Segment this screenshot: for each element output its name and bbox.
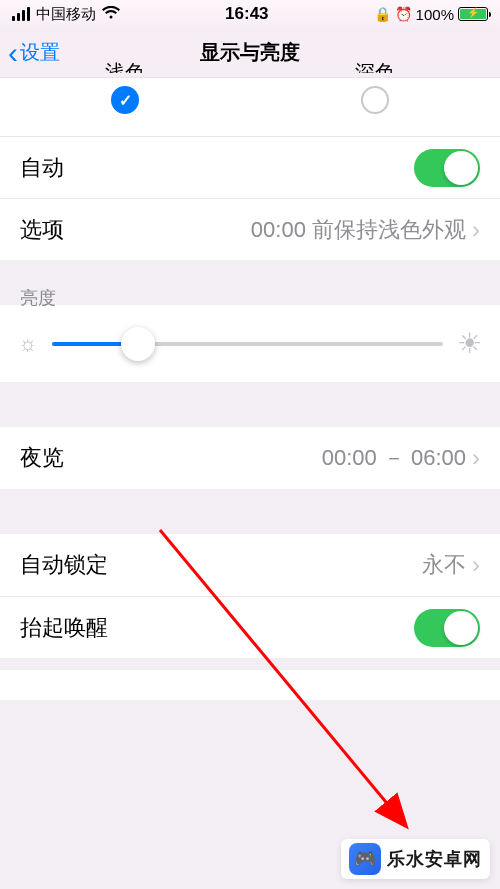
battery-icon: ⚡ xyxy=(458,7,488,21)
raise-to-wake-row: 抬起唤醒 xyxy=(0,596,500,658)
alarm-icon: ⏰ xyxy=(395,6,412,22)
raise-to-wake-label: 抬起唤醒 xyxy=(20,613,108,643)
brightness-slider-row: ☼ ☀ xyxy=(0,305,500,382)
chevron-right-icon: › xyxy=(472,216,480,244)
battery-percent: 100% xyxy=(416,6,454,23)
orientation-lock-icon: 🔒 xyxy=(374,6,391,22)
auto-row: 自动 xyxy=(0,136,500,198)
chevron-right-icon: › xyxy=(472,444,480,472)
wifi-icon xyxy=(102,6,120,23)
radio-unchecked-icon xyxy=(361,86,389,114)
auto-lock-row[interactable]: 自动锁定 永不 › xyxy=(0,534,500,596)
watermark-text: 乐水安卓网 xyxy=(387,847,482,871)
auto-lock-label: 自动锁定 xyxy=(20,550,108,580)
brightness-high-icon: ☀ xyxy=(457,327,482,360)
chevron-left-icon: ‹ xyxy=(8,38,18,68)
brightness-low-icon: ☼ xyxy=(18,331,38,357)
appearance-dark-option[interactable]: 深色 xyxy=(355,80,395,114)
slider-thumb[interactable] xyxy=(121,327,155,361)
status-left: 中国移动 xyxy=(12,5,120,24)
auto-label: 自动 xyxy=(20,153,64,183)
signal-icon xyxy=(12,7,30,21)
watermark-icon: 🎮 xyxy=(349,843,381,875)
appearance-light-label: 浅色 xyxy=(105,59,145,73)
brightness-slider[interactable] xyxy=(52,342,443,346)
appearance-selector: 浅色 深色 xyxy=(0,80,500,136)
chevron-right-icon: › xyxy=(472,551,480,579)
nav-bar: ‹ 设置 显示与亮度 xyxy=(0,28,500,78)
options-row[interactable]: 选项 00:00 前保持浅色外观 › xyxy=(0,198,500,260)
options-label: 选项 xyxy=(20,215,64,245)
status-bar: 中国移动 16:43 🔒 ⏰ 100% ⚡ xyxy=(0,0,500,28)
night-shift-label: 夜览 xyxy=(20,443,64,473)
raise-to-wake-toggle[interactable] xyxy=(414,609,480,647)
night-shift-value: 00:00 － 06:00 xyxy=(322,443,466,473)
carrier-label: 中国移动 xyxy=(36,5,96,24)
back-button[interactable]: ‹ 设置 xyxy=(8,38,60,68)
auto-lock-value: 永不 xyxy=(422,550,466,580)
back-label: 设置 xyxy=(20,39,60,66)
night-shift-row[interactable]: 夜览 00:00 － 06:00 › xyxy=(0,427,500,489)
status-time: 16:43 xyxy=(225,4,268,24)
appearance-dark-label: 深色 xyxy=(355,59,395,73)
status-right: 🔒 ⏰ 100% ⚡ xyxy=(374,6,488,23)
page-title: 显示与亮度 xyxy=(200,39,300,66)
auto-toggle[interactable] xyxy=(414,149,480,187)
radio-checked-icon xyxy=(111,86,139,114)
options-value: 00:00 前保持浅色外观 xyxy=(251,215,466,245)
watermark: 🎮 乐水安卓网 xyxy=(341,839,490,879)
appearance-light-option[interactable]: 浅色 xyxy=(105,80,145,114)
